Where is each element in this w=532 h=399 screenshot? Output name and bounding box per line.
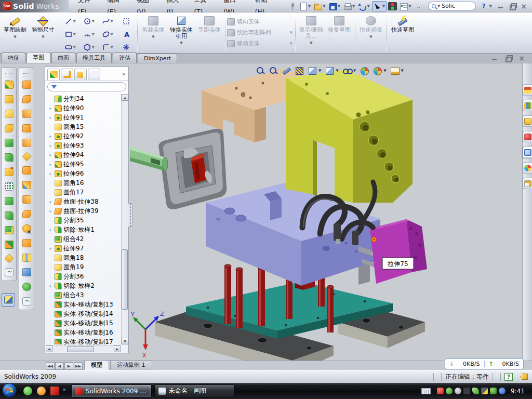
doc-restore-icon[interactable] [504, 55, 512, 62]
tree-item[interactable]: ▸ 切除-放样2 [46, 281, 121, 290]
undo-icon[interactable] [357, 2, 366, 10]
tree-item[interactable]: ▸ 实体-移动/复制14 [46, 309, 121, 318]
extend-surface-icon[interactable] [22, 210, 31, 218]
next-sheet-icon[interactable]: ▶ [64, 362, 73, 370]
circle-tool[interactable]: ▼ [79, 15, 98, 28]
tree-item[interactable]: ▸ 实体-移动/复制13 [46, 300, 121, 309]
hide-show-items-icon[interactable] [342, 66, 352, 75]
swept-surface-icon[interactable] [22, 110, 31, 118]
task-pane-tab[interactable] [523, 115, 532, 127]
revolved-boss-icon[interactable] [5, 139, 14, 147]
tree-item[interactable]: ▸ 圆角16 [46, 178, 121, 188]
extruded-cut-icon[interactable] [5, 95, 14, 103]
line-tool[interactable]: ▼ [61, 15, 79, 28]
updater-tray-icon[interactable] [472, 388, 479, 394]
manager-tab[interactable] [47, 69, 60, 80]
zoom-to-fit-icon[interactable] [256, 66, 265, 75]
manager-tab[interactable] [74, 69, 87, 80]
open-folder-icon[interactable] [313, 2, 322, 10]
taskbar-task-button[interactable]: SolidWorks 2009 - ... [71, 384, 152, 397]
new-document-icon[interactable] [299, 2, 308, 10]
scroll-left-icon[interactable]: ◀ [46, 345, 52, 352]
tree-item[interactable]: ▸ 拉伸91 [46, 113, 121, 122]
offset-surface-icon[interactable] [22, 166, 31, 175]
rib-icon[interactable] [5, 197, 14, 205]
scrollbar-thumb[interactable] [122, 249, 128, 310]
network-warning-tray-icon[interactable] [481, 388, 488, 394]
manager-tab[interactable] [61, 69, 73, 80]
tree-item[interactable]: ▸ 曲面-拉伸38 [46, 197, 121, 206]
task-pane-tab[interactable] [523, 100, 532, 111]
pushpin-icon[interactable] [288, 2, 297, 10]
tree-item[interactable]: ▸ 拉伸95 [46, 159, 121, 169]
security-shield-tray-icon[interactable] [446, 388, 453, 394]
scroll-down-icon[interactable]: ▼ [122, 338, 128, 344]
view-orientation-icon[interactable] [308, 66, 317, 75]
viewport-3d-canvas[interactable]: 拉伸75 Y Z X [130, 63, 522, 361]
edit-appearance-icon[interactable] [360, 66, 369, 75]
tree-item[interactable]: ▸ 组合42 [46, 234, 121, 244]
display-style-icon[interactable] [325, 66, 334, 75]
rapid-sketch-button[interactable]: 快速草图 [389, 14, 417, 53]
last-sheet-icon[interactable]: ▶▶ [74, 362, 83, 370]
delete-face-icon[interactable] [22, 224, 31, 233]
tree-filter-input[interactable] [47, 82, 126, 91]
tree-item[interactable]: ▸ 组合43 [46, 290, 121, 300]
rebuild-icon[interactable] [388, 2, 397, 10]
expand-arrow-icon[interactable]: ▸ [48, 162, 53, 167]
options-icon[interactable] [399, 2, 408, 10]
boundary-surface-icon[interactable] [22, 139, 31, 147]
tree-item[interactable]: ▸ 圆角18 [46, 253, 121, 262]
expand-arrow-icon[interactable]: ▸ [48, 106, 53, 111]
tree-horizontal-scrollbar[interactable]: ◀ ▶ [46, 345, 121, 352]
trim-surface-icon[interactable] [22, 254, 31, 262]
arc-tool[interactable]: ▼ [79, 28, 98, 41]
spline-tool[interactable]: ▼ [98, 15, 117, 28]
expand-arrow-icon[interactable]: ▸ [48, 200, 53, 204]
expand-arrow-icon[interactable]: ▸ [48, 134, 53, 139]
tree-item[interactable]: ▸ 实体-移动/复制17 [46, 337, 121, 344]
certificate-tray-icon[interactable] [455, 388, 461, 394]
expand-arrow-icon[interactable]: ▸ [48, 246, 53, 251]
tree-item[interactable]: ▸ 圆角17 [46, 188, 121, 197]
freeform-icon[interactable] [22, 297, 31, 305]
command-tab[interactable]: 评估 [113, 52, 137, 63]
previous-view-icon[interactable] [282, 66, 291, 75]
search-box[interactable]: ▼ Solic [428, 2, 476, 10]
tags-icon[interactable] [520, 374, 528, 380]
convert-entities-button[interactable]: 转换实体引用 ▼ [167, 14, 195, 53]
command-tab[interactable]: 曲面 [51, 52, 75, 63]
tree-item[interactable]: ▸ 圆角15 [46, 122, 121, 131]
sheet-tab[interactable]: 模型 [84, 360, 109, 370]
scroll-up-icon[interactable]: ▲ [122, 94, 128, 101]
close-button-icon[interactable]: × [520, 3, 528, 10]
messenger-quicklaunch-icon[interactable] [23, 387, 32, 395]
tree-item[interactable]: ▸ 实体-移动/复制15 [46, 318, 121, 328]
task-pane-tab[interactable] [523, 162, 532, 174]
text-tool[interactable]: A [117, 28, 136, 41]
taskbar-task-button[interactable]: 未命名 - 画图 [154, 384, 235, 397]
smart-dimension-button[interactable]: 智能尺寸 ▼ [29, 14, 57, 53]
filled-surface-icon[interactable] [22, 195, 31, 204]
planar-surface-icon[interactable] [22, 152, 31, 161]
task-pane-tab[interactable] [523, 84, 532, 96]
tree-item[interactable]: ▸ 拉伸94 [46, 150, 121, 159]
input-keyboard-icon[interactable] [421, 388, 431, 394]
lofted-surface-icon[interactable] [22, 124, 31, 132]
command-tab[interactable]: 特征 [2, 52, 25, 63]
search-input[interactable]: Solic [442, 3, 455, 9]
manager-tab-overflow-icon[interactable]: » [122, 71, 126, 77]
command-tab[interactable]: 草图 [26, 52, 50, 63]
untrim-surface-icon[interactable] [22, 268, 31, 276]
tree-item[interactable]: ▸ 切除-放样1 [46, 225, 121, 234]
extruded-surface-icon[interactable] [22, 81, 31, 89]
task-pane-tab[interactable] [523, 147, 532, 158]
instant3d-button[interactable] [2, 293, 15, 307]
expand-arrow-icon[interactable]: ▸ [48, 115, 53, 120]
reference-plane-icon[interactable] [4, 254, 14, 263]
knit-surface-icon[interactable] [22, 239, 31, 247]
tree-item[interactable]: ▸ 拉伸97 [46, 244, 121, 253]
tree-item[interactable]: ▸ 曲面-拉伸39 [46, 206, 121, 216]
extruded-boss-icon[interactable] [5, 81, 14, 89]
scrollbar-thumb[interactable] [67, 346, 94, 352]
